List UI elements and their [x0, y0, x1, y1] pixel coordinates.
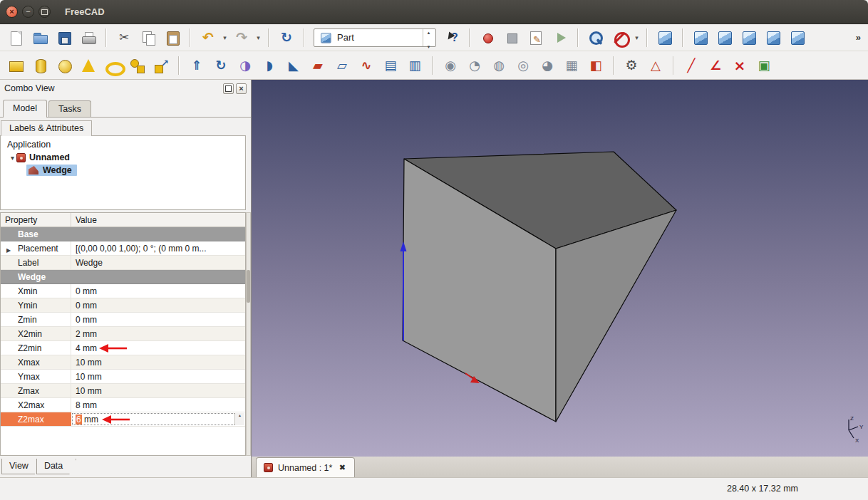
- selected-tree-item[interactable]: Wedge: [26, 165, 77, 176]
- property-row-x2min[interactable]: X2min 2 mm: [1, 327, 245, 341]
- fillet-button[interactable]: [258, 55, 281, 76]
- close-panel-icon[interactable]: [236, 83, 247, 94]
- new-file-button[interactable]: [4, 27, 27, 48]
- view-front-button[interactable]: [689, 27, 712, 48]
- sweep-button[interactable]: [355, 55, 378, 76]
- clipping-dropdown[interactable]: [633, 27, 641, 48]
- redo-dropdown[interactable]: [254, 27, 262, 48]
- cross-sections-button[interactable]: [403, 55, 426, 76]
- view-isometric-button[interactable]: [653, 27, 676, 48]
- minimize-window-icon[interactable]: −: [22, 6, 34, 18]
- property-row-placement[interactable]: Placement [(0,00 0,00 1,00); 0 °; (0 mm …: [1, 241, 245, 256]
- cylinder-button[interactable]: [29, 55, 51, 76]
- property-row-z2max[interactable]: Z2max 6 mm: [1, 412, 245, 427]
- boolean-cut-button[interactable]: [463, 55, 486, 76]
- measure-toggle-button[interactable]: [753, 55, 775, 76]
- paste-button[interactable]: [161, 27, 184, 48]
- compound-button[interactable]: [560, 55, 583, 76]
- macro-edit-button[interactable]: [525, 27, 547, 48]
- tab-data[interactable]: Data: [36, 459, 76, 474]
- tab-tasks[interactable]: Tasks: [48, 100, 91, 117]
- clipping-button[interactable]: [609, 27, 631, 48]
- dock-header[interactable]: Combo View: [0, 80, 251, 97]
- view-top-button[interactable]: [713, 27, 736, 48]
- property-row-z2min[interactable]: Z2min 4 mm: [1, 341, 245, 355]
- redo-button[interactable]: [230, 27, 253, 48]
- loft-button[interactable]: [331, 55, 353, 76]
- spinbox-arrows[interactable]: [234, 413, 244, 425]
- collapse-icon[interactable]: [11, 152, 14, 162]
- migrate-button[interactable]: [644, 55, 667, 76]
- property-row-zmin[interactable]: Zmin 0 mm: [1, 313, 245, 327]
- revolve-button[interactable]: [210, 55, 232, 76]
- shape-builder-button[interactable]: [150, 55, 172, 76]
- property-group-base[interactable]: Base: [1, 227, 245, 241]
- tree-item-document[interactable]: Unnamed: [1, 151, 245, 164]
- panel-scrollbar[interactable]: [246, 212, 251, 456]
- column-header-value[interactable]: Value: [71, 215, 245, 225]
- close-tab-icon[interactable]: [337, 463, 347, 473]
- box-button[interactable]: [4, 55, 27, 76]
- property-row-xmax[interactable]: Xmax 10 mm: [1, 355, 245, 370]
- macro-play-button[interactable]: [549, 27, 572, 48]
- check-geometry-button[interactable]: [536, 55, 559, 76]
- boolean-button[interactable]: [439, 55, 462, 76]
- expand-icon[interactable]: [6, 244, 11, 254]
- tab-model[interactable]: Model: [3, 100, 47, 118]
- measure-angular-button[interactable]: [704, 55, 727, 76]
- macro-record-button[interactable]: [476, 27, 499, 48]
- section-button[interactable]: [379, 55, 402, 76]
- whats-this-button[interactable]: [440, 27, 463, 48]
- save-button[interactable]: [53, 27, 76, 48]
- view-right-button[interactable]: [738, 27, 760, 48]
- tab-view[interactable]: View: [1, 459, 42, 474]
- tree-box[interactable]: Application Unnamed Wedge: [0, 135, 246, 210]
- property-header-row[interactable]: Property Value: [1, 213, 245, 227]
- undo-dropdown[interactable]: [221, 27, 229, 48]
- primitives-button[interactable]: [125, 55, 148, 76]
- print-button[interactable]: [77, 27, 100, 48]
- union-button[interactable]: [487, 55, 510, 76]
- titlebar[interactable]: × − FreeCAD: [0, 0, 868, 24]
- measure-linear-button[interactable]: [680, 55, 703, 76]
- wedge-solid[interactable]: [403, 152, 676, 422]
- tree-item-wedge[interactable]: Wedge: [1, 164, 245, 177]
- property-group-wedge[interactable]: Wedge: [1, 270, 245, 284]
- chamfer-button[interactable]: [282, 55, 305, 76]
- close-window-icon[interactable]: ×: [6, 6, 18, 18]
- scrollbar-thumb[interactable]: [247, 270, 250, 303]
- property-row-label[interactable]: Label Wedge: [1, 256, 245, 270]
- property-row-xmin[interactable]: Xmin 0 mm: [1, 284, 245, 298]
- float-panel-icon[interactable]: [223, 83, 234, 94]
- toolbar-overflow-button[interactable]: »: [856, 32, 861, 43]
- property-row-x2max[interactable]: X2max 8 mm: [1, 398, 245, 412]
- property-row-ymax[interactable]: Ymax 10 mm: [1, 370, 245, 384]
- workbench-spinner[interactable]: [423, 29, 434, 46]
- sphere-button[interactable]: [53, 55, 76, 76]
- undo-button[interactable]: [197, 27, 219, 48]
- workbench-selector[interactable]: Part: [314, 28, 436, 47]
- section-cut-button[interactable]: [584, 55, 607, 76]
- copy-button[interactable]: [137, 27, 160, 48]
- involute-gear-button[interactable]: [620, 55, 643, 76]
- extrude-button[interactable]: [185, 55, 208, 76]
- macro-stop-button[interactable]: [500, 27, 523, 48]
- view-rear-button[interactable]: [762, 27, 785, 48]
- value-spinbox[interactable]: 6 mm: [71, 412, 245, 426]
- maximize-window-icon[interactable]: [38, 6, 51, 18]
- document-tab[interactable]: Unnamed : 1*: [256, 457, 355, 477]
- 3d-viewport[interactable]: Z Y X: [251, 80, 868, 457]
- mirror-button[interactable]: [234, 55, 257, 76]
- open-file-button[interactable]: [29, 27, 51, 48]
- property-row-zmax[interactable]: Zmax 10 mm: [1, 384, 245, 398]
- column-header-property[interactable]: Property: [1, 213, 71, 226]
- cut-button[interactable]: [113, 27, 135, 48]
- intersection-button[interactable]: [512, 55, 534, 76]
- view-bottom-button[interactable]: [786, 27, 809, 48]
- refresh-button[interactable]: [275, 27, 298, 48]
- cone-button[interactable]: [77, 55, 100, 76]
- fit-all-button[interactable]: [584, 27, 607, 48]
- ruled-surface-button[interactable]: [306, 55, 329, 76]
- property-row-ymin[interactable]: Ymin 0 mm: [1, 298, 245, 313]
- torus-button[interactable]: [101, 55, 124, 76]
